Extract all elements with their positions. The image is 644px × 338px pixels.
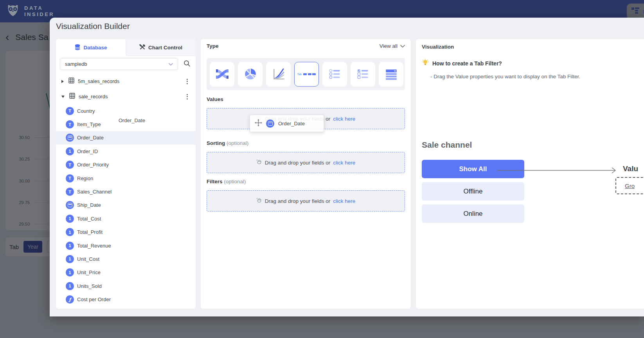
annotation-group-box: Gro xyxy=(615,177,644,194)
tools-icon xyxy=(139,44,146,51)
field-row-highlighted[interactable]: Order_Date xyxy=(56,131,196,145)
drag-text-ghost: Order_Date xyxy=(119,117,145,123)
chart-type-radio-list[interactable] xyxy=(322,62,347,87)
chart-config-panel: Type View all xyxy=(201,39,411,309)
number-field-icon: 1 xyxy=(66,268,74,277)
field-label: Ship_Date xyxy=(77,202,101,208)
field-tree: 5m_sales_records sale_records TCountry T… xyxy=(56,74,196,306)
dropzone-click-here-link[interactable]: click here xyxy=(333,198,355,204)
tip-body: - Drag the Value properties you want to … xyxy=(430,74,580,80)
caret-right-icon[interactable] xyxy=(61,80,64,83)
number-field-icon: 1 xyxy=(66,215,74,223)
number-field-icon: 1 xyxy=(66,242,74,250)
table-label: 5m_sales_records xyxy=(78,78,119,84)
table-row-sale-records[interactable]: sale_records xyxy=(56,89,196,104)
field-label: Unit_Cost xyxy=(77,256,99,262)
table-icon xyxy=(69,93,75,100)
function-field-icon: ƒ xyxy=(66,295,74,304)
database-panel: Database Chart Control sampledb xyxy=(56,39,196,309)
chart-type-tab-filter-selected[interactable]: Tab xyxy=(294,62,319,87)
database-select-value: sampledb xyxy=(65,61,87,67)
filters-section-label: Filters (optional) xyxy=(207,179,246,184)
dashboard-switcher-button[interactable]: D xyxy=(627,4,644,19)
kebab-menu-icon[interactable] xyxy=(187,94,188,99)
move-icon xyxy=(255,119,262,128)
number-field-icon: 1 xyxy=(66,282,74,290)
field-row[interactable]: 1Total_Cost xyxy=(56,212,196,225)
database-select[interactable]: sampledb xyxy=(60,58,178,70)
field-row[interactable]: 1Order_ID xyxy=(56,145,196,158)
radio-list-icon xyxy=(327,67,342,81)
drag-ghost-card[interactable]: Order_Date xyxy=(250,115,324,132)
table-label: sale_records xyxy=(79,94,108,99)
field-row[interactable]: 1Total_Revenue xyxy=(56,239,196,252)
field-row[interactable]: Ship_Date xyxy=(56,199,196,212)
chart-type-strip: Tab xyxy=(207,58,405,90)
chevron-down-icon xyxy=(169,61,173,67)
text-field-icon: T xyxy=(66,174,74,183)
field-row[interactable]: 1Unit_Cost xyxy=(56,252,196,266)
annotation-value-label: Valu xyxy=(623,164,638,173)
field-row[interactable]: 1Total_Profit xyxy=(56,226,196,239)
brand-name: DATA INSIDER xyxy=(24,5,54,18)
sankey-icon xyxy=(215,67,230,81)
chart-type-sankey[interactable] xyxy=(210,62,234,87)
table-row-5m-sales-records[interactable]: 5m_sales_records xyxy=(56,74,196,89)
number-field-icon: 1 xyxy=(66,147,74,155)
number-field-icon: 1 xyxy=(66,255,74,263)
tip-row: How to create a Tab Filter? xyxy=(422,59,502,68)
field-label: Country xyxy=(77,108,95,114)
field-label: Sales_Channel xyxy=(77,189,112,195)
chevron-down-icon xyxy=(400,43,405,49)
type-section-label: Type xyxy=(207,43,219,49)
dropzone-text: Drag and drop your fields or xyxy=(265,198,330,204)
table-icon xyxy=(68,78,74,85)
dropzone-click-here-link[interactable]: click here xyxy=(333,160,355,166)
channel-button-offline[interactable]: Offline xyxy=(422,182,524,201)
search-icon[interactable] xyxy=(183,60,191,69)
field-row[interactable]: TOrder_Priority xyxy=(56,158,196,172)
chart-type-pie[interactable] xyxy=(238,62,263,87)
pie-icon xyxy=(243,67,258,81)
dashboard-grid-icon xyxy=(631,7,640,16)
filters-dropzone[interactable]: Drag and drop your fields or click here xyxy=(207,190,405,211)
tab-database[interactable]: Database xyxy=(56,39,126,56)
tab-chart-control[interactable]: Chart Control xyxy=(126,39,196,56)
drag-ghost-label: Order_Date xyxy=(278,121,305,127)
field-label: Total_Cost xyxy=(77,216,101,222)
annotation-group-link[interactable]: Gro xyxy=(625,183,635,189)
channel-button-online[interactable]: Online xyxy=(422,204,524,223)
field-row[interactable]: TCountry xyxy=(56,104,196,117)
field-row[interactable]: 1Unit_Price xyxy=(56,266,196,279)
visualization-builder-modal: Visualization Builder Database xyxy=(50,18,644,316)
lightbulb-icon xyxy=(422,59,429,68)
field-row[interactable]: ƒCost per Order xyxy=(56,293,196,306)
date-field-icon xyxy=(66,134,74,142)
field-row[interactable]: 1Units_Sold xyxy=(56,279,196,293)
field-label: Order_Priority xyxy=(77,162,109,168)
brand: DATA INSIDER xyxy=(5,3,54,20)
field-label: Units_Sold xyxy=(77,283,102,289)
text-field-icon: T xyxy=(66,161,74,169)
chart-type-line[interactable] xyxy=(266,62,291,87)
field-label: Order_Date xyxy=(77,135,104,141)
date-field-icon xyxy=(66,201,74,209)
field-row[interactable]: TRegion xyxy=(56,172,196,185)
kebab-menu-icon[interactable] xyxy=(187,79,188,84)
sorting-dropzone[interactable]: Drag and drop your fields or click here xyxy=(207,152,405,173)
dropzone-click-here-link[interactable]: click here xyxy=(333,116,355,122)
field-label: Item_Type xyxy=(77,121,101,127)
left-tab-bar: Database Chart Control xyxy=(56,39,196,56)
view-all-button[interactable]: View all xyxy=(380,43,405,49)
field-label: Cost per Order xyxy=(77,296,111,302)
drag-hand-icon xyxy=(256,197,262,205)
field-row[interactable]: TSales_Channel xyxy=(56,185,196,198)
chart-type-checkbox-list[interactable] xyxy=(351,62,375,87)
caret-down-icon[interactable] xyxy=(61,96,65,98)
owl-logo-icon xyxy=(5,3,20,20)
view-all-label: View all xyxy=(380,43,398,49)
date-field-icon xyxy=(266,119,274,128)
preview-title: Sale channel xyxy=(422,140,472,150)
chart-type-table[interactable] xyxy=(379,62,403,87)
values-section-label: Values xyxy=(207,96,223,102)
